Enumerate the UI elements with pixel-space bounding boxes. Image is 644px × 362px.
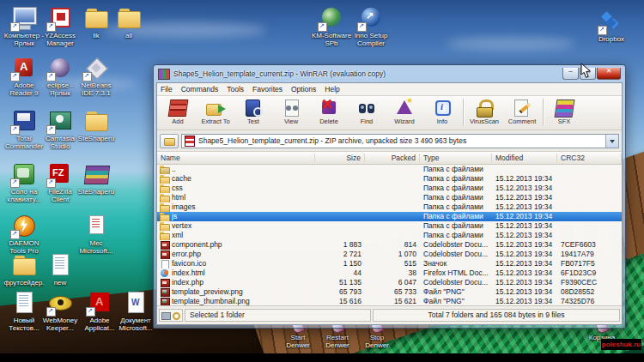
desktop-icon-steshaperu[interactable]: SteShaperu (76, 110, 117, 142)
toolbar-info-button[interactable]: Info (423, 97, 461, 125)
folder-up-icon (160, 166, 169, 174)
menu-options[interactable]: Options (291, 85, 316, 94)
table-row[interactable]: vertexПапка с файлами15.12.2013 19:34 (157, 221, 622, 231)
column-header-modified[interactable]: Modified (492, 154, 557, 162)
shortcut-arrow-icon (86, 307, 95, 317)
shortcut-arrow-icon (10, 178, 20, 188)
desktop-icon-inno-setup-compiler[interactable]: Inno Setup Compiler (350, 7, 392, 47)
menu-favorites[interactable]: Favorites (252, 85, 283, 94)
desktop-icon-steshaperu[interactable]: SteShaperu (76, 163, 117, 196)
desktop-icon-adobe-applicat[interactable]: Adobe Applicat... (79, 292, 120, 332)
desktop-icon-camtasia-studio[interactable]: Camtasia Studio (39, 110, 81, 150)
desktop-icon-adobe-reader-9[interactable]: Adobe Reader 9 (3, 57, 45, 97)
delete-icon (318, 98, 340, 118)
desktop-icon-total-commander[interactable]: Total Commander (3, 110, 45, 150)
minimize-button[interactable] (562, 68, 579, 80)
docsmall-icon (82, 214, 111, 238)
menu-commands[interactable]: Commands (181, 85, 218, 94)
toolbar-button-label: Info (423, 118, 461, 125)
table-row[interactable]: cacheПапка с файлами15.12.2013 19:34 (157, 174, 622, 184)
cell-crc: 7CEF6603 (557, 240, 622, 250)
folder-icon (9, 254, 39, 278)
netbeans-icon (82, 57, 111, 81)
toolbar-add-button[interactable]: Add (159, 97, 197, 125)
toolbar-separator (543, 99, 544, 126)
desktop-icon-new[interactable]: new (39, 254, 81, 287)
desktop-icon-dropbox[interactable]: Dropbox (591, 10, 632, 43)
table-row[interactable]: xmlПапка с файлами15.12.2013 19:34 (157, 231, 622, 240)
up-one-level-button[interactable] (160, 134, 179, 148)
desktop-icon-all[interactable]: all (108, 7, 149, 39)
cell-name: template_thumbnail.png (172, 297, 250, 305)
folder-icon (160, 184, 169, 193)
desktop-icon-daemon-tools-pro[interactable]: DAEMON Tools Pro (3, 214, 45, 255)
column-header-size[interactable]: Size (315, 154, 365, 162)
toolbar-view-button[interactable]: View (272, 97, 310, 125)
desktop-icon-netbeans-ide-7-3-1[interactable]: NetBeans IDE 7.3.1 (76, 57, 117, 97)
desktop-icon-eclipse[interactable]: eclipse - Ярлык (39, 57, 81, 97)
table-row[interactable]: index.php51 1356 047Codelobster Docu...1… (157, 278, 622, 287)
titlebar[interactable]: Shape5_Helion_template_current.zip - Win… (154, 65, 625, 82)
toolbar-extract-to-button[interactable]: Extract To (197, 97, 234, 125)
combobox-dropdown-arrow[interactable] (605, 135, 618, 148)
toolbar-virusscan-button[interactable]: VirusScan (465, 97, 503, 125)
menu-help[interactable]: Help (325, 85, 339, 94)
close-button[interactable] (597, 68, 621, 80)
table-row[interactable]: cssПапка с файлами15.12.2013 19:34 (157, 184, 622, 193)
cell-name: css (172, 184, 183, 193)
desktop-icon-km-software-spb[interactable]: KM-Software SPb (311, 7, 352, 47)
cell-type: Папка с файлами (420, 174, 492, 184)
sfx-icon (553, 98, 575, 118)
desktop-icon-item[interactable]: Соло на клавиату... (3, 163, 45, 203)
desktop-icon-filezilla-client[interactable]: FileZilla Client (39, 163, 81, 203)
desktop-icon-item[interactable]: фрутсейдер... (3, 254, 45, 294)
eye-icon (46, 292, 75, 316)
table-row[interactable]: template_preview.png65 79365 733Файл "PN… (157, 287, 622, 297)
desktop-icon-item[interactable]: Компьютер - Ярлык (3, 7, 45, 47)
menu-file[interactable]: File (161, 85, 173, 94)
toolbar-find-button[interactable]: Find (348, 97, 386, 125)
cell-name: template_preview.png (172, 287, 243, 297)
toolbar-button-label: Extract To (197, 118, 234, 125)
desktop-icon-yzaccess-manager[interactable]: YZAccess Manager (39, 7, 81, 47)
status-selected: Selected 1 folder (185, 309, 371, 322)
table-row[interactable]: ..Папка с файлами (157, 165, 622, 174)
table-row[interactable]: error.php2 7211 070Codelobster Docu...15… (157, 250, 622, 259)
table-row[interactable]: imagesПапка с файлами15.12.2013 19:34 (157, 202, 622, 212)
toolbar-test-button[interactable]: Test (234, 97, 272, 125)
cell-name: cache (172, 174, 191, 184)
column-header-type[interactable]: Type (420, 154, 492, 162)
column-header-name[interactable]: Name (157, 154, 315, 162)
cell-crc: 6F1D23C9 (557, 268, 622, 278)
desktop-icon-microsoft[interactable]: Мес Microsoft... (76, 214, 117, 255)
column-header-crc32[interactable]: CRC32 (557, 154, 622, 162)
desktop-icon-item[interactable]: Новый Текстов... (3, 292, 45, 332)
cell-name: images (172, 202, 195, 212)
toolbar-comment-button[interactable]: Comment (503, 97, 541, 125)
cell-name: index.html (172, 268, 205, 278)
desktop-icon-microsoft[interactable]: Документ Microsoft... (115, 292, 156, 332)
address-bar: Shape5_Helion_template_current.zip - ZIP… (157, 130, 622, 152)
toolbar-wizard-button[interactable]: Wizard (386, 97, 423, 125)
shortcut-arrow-icon (46, 178, 56, 188)
virusscan-icon (473, 98, 495, 118)
table-row[interactable]: favicon.ico1 150515Значок15.12.2013 19:3… (157, 259, 622, 268)
desktop-icon-webmoney-keeper[interactable]: WebMoney Keeper... (39, 292, 81, 332)
table-row[interactable]: htmlПапка с файлами15.12.2013 19:34 (157, 193, 622, 202)
cell-modified: 15.12.2013 19:34 (492, 250, 557, 259)
desktop-icon-label: Новый Текстов... (3, 317, 45, 332)
table-row[interactable]: template_thumbnail.png15 61615 621Файл "… (157, 297, 622, 305)
inno-icon (356, 7, 386, 31)
table-row[interactable]: component.php1 883814Codelobster Docu...… (157, 240, 622, 250)
menu-tools[interactable]: Tools (227, 85, 244, 94)
column-header-packed[interactable]: Packed (365, 154, 420, 162)
toolbar-sfx-button[interactable]: SFX (545, 97, 583, 125)
table-row[interactable]: jsПапка с файлами15.12.2013 19:34 (157, 212, 622, 221)
desktop-icon-label: SteShaperu (76, 135, 117, 142)
window-body: FileCommandsToolsFavoritesOptionsHelp Ad… (156, 82, 623, 325)
textfile-icon (9, 292, 39, 316)
archive-path-combobox[interactable]: Shape5_Helion_template_current.zip - ZIP… (181, 134, 619, 148)
toolbar-delete-button[interactable]: Delete (310, 97, 348, 125)
mouse-cursor (580, 63, 592, 79)
table-row[interactable]: index.html4438Firefox HTML Doc...15.12.2… (157, 268, 622, 278)
